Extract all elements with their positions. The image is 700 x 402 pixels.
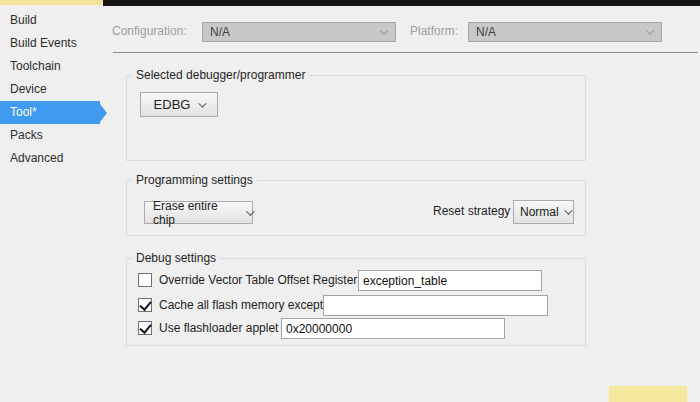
override-vtor-checkbox[interactable] [138,273,152,287]
sidebar-item-packs[interactable]: Packs [0,124,100,147]
debugger-group-title: Selected debugger/programmer [132,68,309,83]
platform-value: N/A [476,25,496,39]
header-separator [113,52,698,53]
debugger-select-value: EDBG [154,97,191,112]
sidebar-item-build-events[interactable]: Build Events [0,32,100,55]
override-vtor-label: Override Vector Table Offset Register [159,273,357,288]
reset-strategy-value: Normal [520,205,559,219]
programming-group-title: Programming settings [132,173,257,188]
flashloader-label: Use flashloader applet [159,321,278,336]
platform-dropdown[interactable]: N/A [468,22,662,42]
configuration-label: Configuration: [112,24,187,38]
sidebar-item-label: Tool* [10,105,37,119]
erase-mode-dropdown[interactable]: Erase entire chip [144,201,253,224]
cache-flash-input[interactable] [323,295,548,316]
sidebar-item-toolchain[interactable]: Toolchain [0,55,100,78]
settings-sidebar: Build Build Events Toolchain Device Tool… [0,9,107,170]
platform-label: Platform: [410,24,458,38]
sidebar-item-advanced[interactable]: Advanced [0,147,100,170]
programming-group: Programming settings Erase entire chip R… [126,180,586,236]
cache-flash-checkbox[interactable] [138,298,152,312]
top-bar [103,0,700,6]
cache-flash-label: Cache all flash memory except [159,298,323,313]
sidebar-item-device[interactable]: Device [0,78,100,101]
debugger-select-button[interactable]: EDBG [140,92,218,117]
tab-accent-strip [0,0,103,5]
chevron-down-icon [646,27,654,35]
chevron-down-icon [199,99,207,107]
reset-strategy-label: Reset strategy [433,204,510,218]
sidebar-item-build[interactable]: Build [0,9,100,32]
chevron-down-icon [380,27,388,35]
flashloader-input[interactable] [281,318,505,339]
chevron-down-icon [564,206,572,214]
override-vtor-input[interactable] [358,270,542,291]
chevron-down-icon [246,207,254,215]
erase-mode-value: Erase entire chip [153,199,238,227]
debug-group-title: Debug settings [132,251,220,266]
debug-settings-group: Debug settings Override Vector Table Off… [126,258,586,346]
selection-arrow-icon [100,104,107,122]
reset-strategy-dropdown[interactable]: Normal [513,200,574,224]
sidebar-item-tool[interactable]: Tool* [0,101,100,124]
debugger-group: Selected debugger/programmer EDBG [126,75,586,161]
highlight-rectangle [609,386,687,402]
configuration-dropdown[interactable]: N/A [202,22,396,42]
flashloader-checkbox[interactable] [138,321,152,335]
configuration-value: N/A [210,25,230,39]
